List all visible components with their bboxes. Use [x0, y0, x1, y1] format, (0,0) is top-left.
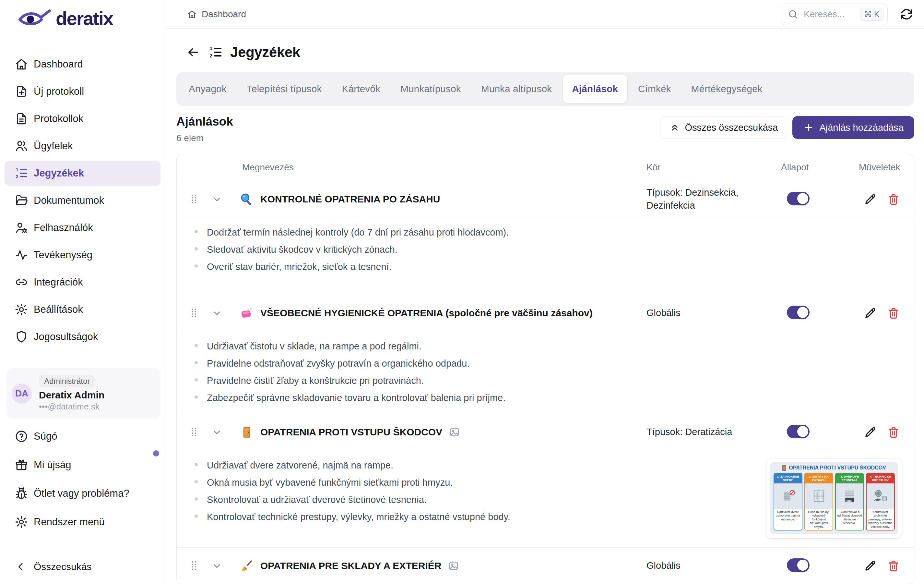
brand-name: deratix	[56, 7, 113, 29]
sidebar-item-system-menu[interactable]: Rendszer menü	[5, 510, 160, 535]
breadcrumb-label: Dashboard	[202, 9, 246, 20]
avatar: DA	[12, 384, 32, 404]
tab-cimkek[interactable]: Címkék	[629, 74, 680, 103]
tab-ajanlasok[interactable]: Ajánlások	[563, 74, 627, 103]
home-icon	[187, 9, 197, 20]
users-icon	[14, 139, 28, 153]
edit-button[interactable]	[863, 425, 878, 440]
trash-icon	[887, 559, 900, 572]
tab-kartevok[interactable]: Kártevők	[333, 74, 389, 103]
bug-icon	[14, 486, 28, 501]
app-logo[interactable]: deratix	[0, 0, 165, 37]
attachment-thumbnail[interactable]: OPATRENIA PROTI VSTUPU ŠKODCOV 1. ZATVOR…	[766, 458, 902, 539]
door-emoji-icon	[239, 425, 254, 439]
status-toggle[interactable]	[787, 306, 810, 319]
sidebar-item-integrations[interactable]: Integrációk	[5, 270, 160, 295]
chevron-down-icon[interactable]	[211, 307, 223, 319]
list-item: Sledovať aktivitu škodcov v kritických z…	[195, 244, 914, 261]
add-recommendation-label: Ajánlás hozzáadása	[819, 122, 904, 133]
shield-icon	[14, 330, 28, 344]
delete-button[interactable]	[886, 306, 901, 321]
collapse-label: Összecsukás	[34, 561, 91, 572]
delete-button[interactable]	[886, 192, 901, 207]
sidebar-item-label: Jogosultságok	[34, 331, 98, 342]
tab-telepitesi-tipusok[interactable]: Telepítési típusok	[238, 74, 331, 103]
search-input[interactable]	[804, 9, 852, 20]
sidebar-item-documents[interactable]: Dokumentumok	[5, 188, 160, 213]
row-details: Udržiavať dvere zatvorené, najmä na ramp…	[177, 450, 914, 548]
edit-button[interactable]	[863, 306, 878, 321]
tab-munkatipusok[interactable]: Munkatípusok	[391, 74, 470, 103]
edit-button[interactable]	[863, 558, 878, 573]
list-item: Pravidelne čistiť žľaby a konštrukcie pr…	[195, 376, 914, 392]
pencil-icon	[863, 306, 877, 320]
infographic-panel: 3. DVEROVÉ TESNENIA Skontrolovať a udrži…	[835, 473, 864, 531]
sidebar-item-permissions[interactable]: Jogosultságok	[5, 324, 160, 349]
chevron-down-icon[interactable]	[211, 426, 223, 438]
sidebar-item-new-protocol[interactable]: Új protokoll	[5, 79, 160, 104]
sidebar-item-dashboard[interactable]: Dashboard	[5, 51, 160, 77]
list-item: Pravidelne odstraňovať zvyšky potravín a…	[195, 358, 914, 376]
sidebar-item-clients[interactable]: Ügyfelek	[5, 133, 160, 159]
topbar: Dashboard ⌘ K	[165, 0, 924, 28]
user-card[interactable]: DA Administrátor Deratix Admin •••@datat…	[7, 368, 160, 419]
back-button[interactable]	[186, 45, 200, 60]
chevron-down-icon[interactable]	[211, 560, 223, 572]
closed-door-illustration	[781, 489, 795, 503]
section-title: Ajánlások	[177, 115, 233, 129]
activity-icon	[14, 248, 28, 262]
tab-anyagok[interactable]: Anyagok	[180, 74, 236, 103]
edit-button[interactable]	[863, 192, 878, 207]
delete-button[interactable]	[886, 425, 901, 440]
page-header: Jegyzékek	[177, 44, 914, 60]
gift-icon	[14, 458, 28, 472]
pencil-icon	[863, 425, 877, 439]
row-scope: Globális	[643, 307, 778, 319]
sidebar-item-lists[interactable]: Jegyzékek	[5, 160, 160, 186]
user-name: Deratix Admin	[39, 390, 104, 401]
link-icon	[14, 275, 28, 290]
delete-button[interactable]	[886, 558, 901, 573]
sidebar-item-whats-new[interactable]: Mi újság	[5, 452, 160, 478]
infographic-panel: 1. ZATVORENÉ DVERE Udržiavať dvere zatvo…	[774, 473, 802, 531]
list-item: Udržiavať čistotu v sklade, na rampe a p…	[195, 341, 914, 358]
add-recommendation-button[interactable]: Ajánlás hozzáadása	[792, 116, 914, 139]
table-row: OPATRENIA PRE SKLADY A EXTERIÉR Globális	[177, 548, 914, 584]
collapse-all-button[interactable]: Összes összecsukása	[660, 116, 787, 139]
tab-bar: Anyagok Telepítési típusok Kártevők Munk…	[177, 72, 914, 106]
table-row: VŠEOBECNÉ HYGIENICKÉ OPATRENIA (spoločné…	[177, 294, 914, 331]
row-scope: Típusok: Deratizácia	[643, 426, 778, 438]
sidebar-item-settings[interactable]: Beállítások	[5, 297, 160, 322]
row-details: Dodržať termín následnej kontroly (do 7 …	[177, 217, 914, 294]
drag-handle-icon[interactable]	[187, 426, 200, 438]
chevron-down-icon[interactable]	[211, 193, 223, 205]
sidebar-item-feedback[interactable]: Ötlet vagy probléma?	[5, 481, 160, 506]
sidebar-item-help[interactable]: Súgó	[5, 424, 160, 449]
home-icon	[14, 57, 28, 71]
sidebar-item-label: Integrációk	[34, 276, 83, 288]
refresh-button[interactable]	[899, 7, 914, 22]
drag-handle-icon[interactable]	[187, 193, 200, 206]
search-shortcut-badge: ⌘ K	[860, 8, 883, 21]
sidebar-collapse-button[interactable]: Összecsukás	[5, 554, 160, 579]
search-box[interactable]: ⌘ K	[781, 3, 888, 25]
tab-munka-altipusok[interactable]: Munka altípusok	[472, 74, 561, 103]
chevrons-up-icon	[670, 122, 680, 133]
column-header-name: Megnevezés	[235, 162, 643, 173]
drag-handle-icon[interactable]	[187, 307, 200, 319]
drag-handle-icon[interactable]	[187, 559, 200, 572]
section-header: Ajánlások 6 elem Összes összecsukása Ajá…	[177, 115, 914, 143]
list-item: Overiť stav bariér, mriežok, sieťok a te…	[195, 261, 914, 279]
tab-mertekegysegek[interactable]: Mértékegységek	[682, 74, 772, 103]
status-toggle[interactable]	[787, 425, 810, 438]
breadcrumb[interactable]: Dashboard	[187, 9, 246, 20]
status-toggle[interactable]	[787, 192, 810, 205]
door-glyph-icon	[782, 465, 786, 471]
row-scope: Típusok: Dezinsekcia, Dezinfekcia	[643, 186, 778, 212]
sidebar-item-users[interactable]: Felhasználók	[5, 215, 160, 240]
sidebar-item-protocols[interactable]: Protokollok	[5, 106, 160, 131]
sidebar-item-activity[interactable]: Tevékenység	[5, 242, 160, 268]
sidebar-item-label: Dokumentumok	[34, 195, 104, 206]
status-toggle[interactable]	[787, 558, 810, 572]
sidebar: deratix Dashboard Új protokoll Protokoll…	[0, 0, 165, 584]
